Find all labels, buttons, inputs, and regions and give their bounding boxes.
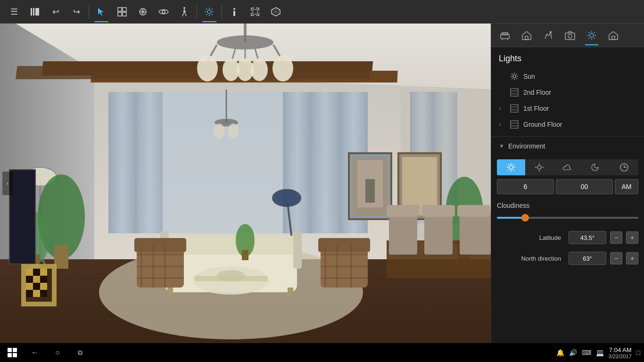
start-button[interactable] [4, 344, 21, 361]
light-item-sun[interactable]: Sun [491, 68, 644, 84]
svg-rect-36 [16, 66, 371, 79]
taskbar-cortana-btn[interactable]: ○ [49, 344, 66, 361]
svg-point-60 [214, 123, 225, 139]
taskbar-notification-icon: 🔔 [556, 349, 564, 356]
environment-collapse-icon: ▼ [499, 143, 504, 149]
north-decrease-btn[interactable]: − [610, 252, 622, 264]
taskbar-speaker-icon[interactable]: 🔊 [569, 349, 577, 356]
viewport[interactable]: ‹ [0, 24, 491, 343]
env-sunny-btn[interactable] [525, 159, 553, 175]
env-clock-btn[interactable] [610, 159, 638, 175]
time-controls: 6 00 AM [497, 179, 638, 194]
svg-rect-6 [123, 12, 126, 16]
toolbar-arrange-btn[interactable] [112, 1, 132, 22]
main-area: ‹ [0, 24, 644, 343]
svg-line-154 [516, 78, 517, 79]
toolbar-library-btn[interactable] [25, 1, 45, 22]
latitude-label: Latitude [497, 234, 565, 241]
svg-rect-4 [123, 8, 126, 11]
svg-point-12 [162, 10, 165, 13]
latitude-decrease-btn[interactable]: − [610, 231, 622, 244]
time-minute-field[interactable]: 00 [556, 179, 613, 194]
north-increase-btn[interactable]: + [626, 252, 638, 264]
night-icon [591, 163, 601, 172]
svg-rect-160 [511, 105, 518, 112]
environment-label: Environment [508, 142, 545, 150]
1st-floor-arrow: › [499, 105, 505, 112]
svg-rect-125 [422, 205, 455, 217]
latitude-increase-btn[interactable]: + [626, 231, 638, 244]
panel-home-btn[interactable] [603, 25, 623, 45]
svg-rect-84 [33, 269, 40, 276]
taskbar-clock[interactable]: 7:04 AM 3/22/2017 [609, 346, 632, 359]
left-nav-toggle[interactable]: ‹ [2, 172, 13, 195]
svg-rect-83 [26, 269, 33, 276]
light-item-2nd-floor[interactable]: 2nd Floor [491, 84, 644, 100]
toolbar-redo-btn[interactable]: ↪ [66, 1, 87, 22]
toolbar-fullscreen-btn[interactable] [245, 1, 265, 22]
time-ampm-field[interactable]: AM [615, 179, 638, 194]
environment-header[interactable]: ▼ Environment [491, 137, 644, 156]
toolbar-view-btn[interactable] [153, 1, 174, 22]
sun-toolbar-icon [204, 7, 215, 17]
clock-icon [619, 163, 629, 172]
svg-line-143 [588, 32, 589, 33]
panel-structure-btn[interactable] [517, 25, 537, 45]
undo-icon: ↩ [52, 7, 59, 17]
svg-line-173 [513, 164, 514, 165]
svg-line-155 [516, 74, 517, 74]
svg-point-14 [207, 10, 211, 14]
eye-icon [158, 8, 169, 16]
clear-day-icon [506, 163, 516, 172]
taskbar-network-icon[interactable]: 💻 [596, 349, 604, 356]
env-cloudy-btn[interactable] [553, 159, 582, 175]
taskbar-action-center-icon[interactable]: □ [636, 349, 640, 356]
toolbar-transform-btn[interactable] [132, 1, 153, 22]
panel-furniture-btn[interactable] [495, 25, 515, 45]
panel-sun-btn[interactable] [582, 25, 602, 45]
cloudiness-thumb[interactable] [521, 214, 529, 222]
svg-line-153 [512, 74, 512, 74]
home-icon [608, 30, 619, 41]
taskbar-back-btn[interactable]: ← [26, 344, 43, 361]
toolbar-select-btn[interactable] [91, 1, 112, 22]
light-item-1st-floor[interactable]: › 1st Floor [491, 100, 644, 116]
library-icon [30, 7, 40, 17]
taskbar-keyboard-icon[interactable]: ⌨ [582, 349, 591, 356]
svg-line-20 [212, 14, 213, 15]
svg-rect-38 [108, 92, 137, 233]
svg-rect-25 [253, 9, 257, 14]
toolbar-3d-btn[interactable] [265, 1, 286, 22]
panel-camera-btn[interactable] [560, 25, 580, 45]
panel-decor-btn[interactable] [538, 25, 558, 45]
sun-light-icon [510, 72, 519, 81]
time-hour-field[interactable]: 6 [497, 179, 554, 194]
toolbar-menu-btn[interactable]: ☰ [4, 1, 25, 22]
north-direction-input[interactable] [569, 252, 606, 265]
svg-rect-126 [460, 212, 491, 255]
toolbar-walk-btn[interactable] [174, 1, 195, 22]
svg-point-73 [272, 189, 301, 206]
svg-line-172 [513, 170, 514, 171]
toolbar-undo-btn[interactable]: ↩ [45, 1, 66, 22]
svg-rect-93 [33, 290, 40, 297]
clock-date: 3/22/2017 [609, 354, 632, 359]
svg-rect-3 [118, 8, 122, 11]
sun-label: Sun [523, 73, 535, 80]
latitude-input[interactable] [569, 231, 606, 244]
env-night-btn[interactable] [582, 159, 610, 175]
panel-icon-bar [491, 24, 644, 47]
env-clear-btn[interactable] [497, 159, 525, 175]
light-item-ground-floor[interactable]: › Ground Floor [491, 116, 644, 132]
cortana-icon: ○ [55, 348, 60, 357]
cloudiness-slider[interactable] [497, 213, 638, 222]
svg-rect-99 [293, 231, 302, 269]
toolbar-info-btn[interactable] [224, 1, 245, 22]
floor-2nd-icon [510, 88, 519, 97]
left-nav-arrow: ‹ [7, 180, 8, 187]
toolbar-lights-btn[interactable] [199, 1, 220, 22]
taskbar-multitask-btn[interactable]: ⧉ [72, 344, 89, 361]
svg-rect-88 [40, 276, 47, 283]
time-minute-value: 00 [581, 183, 588, 190]
svg-point-175 [537, 165, 541, 169]
